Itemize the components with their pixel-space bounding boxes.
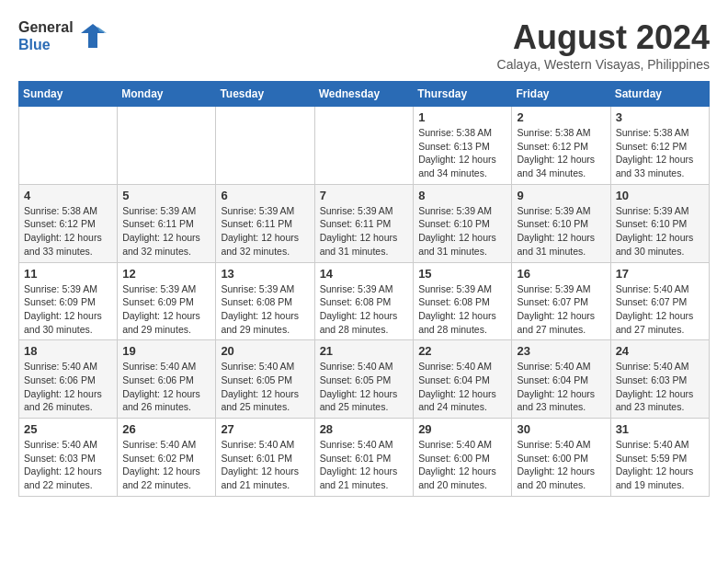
day-number: 23 — [517, 344, 605, 358]
day-number: 1 — [418, 110, 506, 124]
day-info: Sunrise: 5:40 AMSunset: 6:04 PMDaylight:… — [517, 360, 605, 414]
calendar-cell: 30Sunrise: 5:40 AMSunset: 6:00 PMDayligh… — [512, 419, 610, 497]
calendar-week-row: 4Sunrise: 5:38 AMSunset: 6:12 PMDaylight… — [19, 184, 710, 262]
calendar-table: SundayMondayTuesdayWednesdayThursdayFrid… — [18, 81, 710, 497]
logo: GeneralBlue — [18, 18, 107, 53]
day-number: 4 — [24, 189, 112, 202]
calendar-cell: 10Sunrise: 5:39 AMSunset: 6:10 PMDayligh… — [610, 184, 709, 262]
day-number: 11 — [24, 267, 112, 281]
day-info: Sunrise: 5:40 AMSunset: 6:01 PMDaylight:… — [320, 438, 409, 492]
calendar-week-row: 1Sunrise: 5:38 AMSunset: 6:13 PMDaylight… — [19, 107, 710, 185]
calendar-cell — [314, 107, 414, 185]
svg-marker-0 — [81, 24, 105, 48]
calendar-week-row: 18Sunrise: 5:40 AMSunset: 6:06 PMDayligh… — [19, 340, 710, 419]
day-number: 24 — [616, 344, 704, 358]
calendar-cell: 12Sunrise: 5:39 AMSunset: 6:09 PMDayligh… — [118, 262, 216, 340]
day-number: 26 — [122, 422, 210, 436]
calendar-week-row: 11Sunrise: 5:39 AMSunset: 6:09 PMDayligh… — [19, 262, 710, 340]
calendar-header-sunday: Sunday — [19, 82, 118, 107]
day-info: Sunrise: 5:39 AMSunset: 6:10 PMDaylight:… — [418, 204, 506, 259]
calendar-cell: 4Sunrise: 5:38 AMSunset: 6:12 PMDaylight… — [19, 184, 118, 262]
calendar-cell: 29Sunrise: 5:40 AMSunset: 6:00 PMDayligh… — [414, 419, 512, 497]
calendar-header-saturday: Saturday — [610, 82, 709, 107]
day-number: 15 — [418, 267, 506, 281]
day-number: 3 — [616, 110, 704, 124]
month-year-title: August 2024 — [497, 18, 710, 57]
day-number: 31 — [616, 422, 704, 436]
day-number: 21 — [320, 344, 409, 358]
day-number: 2 — [517, 110, 605, 124]
day-info: Sunrise: 5:40 AMSunset: 6:06 PMDaylight:… — [122, 360, 210, 414]
calendar-cell: 13Sunrise: 5:39 AMSunset: 6:08 PMDayligh… — [216, 262, 314, 340]
calendar-cell: 16Sunrise: 5:39 AMSunset: 6:07 PMDayligh… — [512, 262, 610, 340]
day-number: 16 — [517, 267, 605, 281]
day-info: Sunrise: 5:40 AMSunset: 6:03 PMDaylight:… — [24, 438, 112, 492]
calendar-cell: 31Sunrise: 5:40 AMSunset: 5:59 PMDayligh… — [610, 419, 709, 497]
day-number: 17 — [616, 267, 704, 281]
day-number: 25 — [24, 422, 112, 436]
calendar-header-monday: Monday — [118, 82, 216, 107]
logo-bird-icon — [79, 22, 107, 50]
day-info: Sunrise: 5:39 AMSunset: 6:09 PMDaylight:… — [24, 282, 112, 337]
day-info: Sunrise: 5:40 AMSunset: 6:05 PMDaylight:… — [320, 360, 409, 414]
calendar-cell: 11Sunrise: 5:39 AMSunset: 6:09 PMDayligh… — [19, 262, 118, 340]
calendar-cell: 5Sunrise: 5:39 AMSunset: 6:11 PMDaylight… — [118, 184, 216, 262]
title-block: August 2024 Calaya, Western Visayas, Phi… — [497, 18, 710, 72]
day-number: 13 — [221, 267, 309, 281]
day-info: Sunrise: 5:39 AMSunset: 6:07 PMDaylight:… — [517, 282, 605, 337]
day-info: Sunrise: 5:39 AMSunset: 6:11 PMDaylight:… — [320, 204, 409, 259]
day-number: 28 — [320, 422, 409, 436]
day-info: Sunrise: 5:38 AMSunset: 6:12 PMDaylight:… — [616, 126, 704, 180]
calendar-cell: 15Sunrise: 5:39 AMSunset: 6:08 PMDayligh… — [414, 262, 512, 340]
day-number: 12 — [122, 267, 210, 281]
calendar-cell: 1Sunrise: 5:38 AMSunset: 6:13 PMDaylight… — [414, 107, 512, 185]
day-info: Sunrise: 5:39 AMSunset: 6:11 PMDaylight:… — [122, 204, 210, 259]
calendar-cell: 20Sunrise: 5:40 AMSunset: 6:05 PMDayligh… — [216, 340, 314, 419]
location-subtitle: Calaya, Western Visayas, Philippines — [497, 57, 710, 72]
calendar-cell: 17Sunrise: 5:40 AMSunset: 6:07 PMDayligh… — [610, 262, 709, 340]
day-info: Sunrise: 5:40 AMSunset: 6:02 PMDaylight:… — [122, 438, 210, 492]
calendar-cell: 7Sunrise: 5:39 AMSunset: 6:11 PMDaylight… — [314, 184, 414, 262]
day-number: 29 — [418, 422, 506, 436]
day-info: Sunrise: 5:40 AMSunset: 6:00 PMDaylight:… — [517, 438, 605, 492]
calendar-cell — [19, 107, 118, 185]
day-number: 7 — [320, 189, 409, 202]
day-number: 6 — [221, 189, 309, 202]
day-info: Sunrise: 5:39 AMSunset: 6:09 PMDaylight:… — [122, 282, 210, 337]
calendar-cell: 22Sunrise: 5:40 AMSunset: 6:04 PMDayligh… — [414, 340, 512, 419]
day-info: Sunrise: 5:40 AMSunset: 6:00 PMDaylight:… — [418, 438, 506, 492]
calendar-cell: 8Sunrise: 5:39 AMSunset: 6:10 PMDaylight… — [414, 184, 512, 262]
day-number: 19 — [122, 344, 210, 358]
calendar-cell — [118, 107, 216, 185]
day-info: Sunrise: 5:39 AMSunset: 6:11 PMDaylight:… — [221, 204, 309, 259]
day-info: Sunrise: 5:39 AMSunset: 6:08 PMDaylight:… — [221, 282, 309, 337]
calendar-cell: 18Sunrise: 5:40 AMSunset: 6:06 PMDayligh… — [19, 340, 118, 419]
calendar-cell: 21Sunrise: 5:40 AMSunset: 6:05 PMDayligh… — [314, 340, 414, 419]
day-number: 27 — [221, 422, 309, 436]
calendar-cell: 3Sunrise: 5:38 AMSunset: 6:12 PMDaylight… — [610, 107, 709, 185]
day-info: Sunrise: 5:40 AMSunset: 5:59 PMDaylight:… — [616, 438, 704, 492]
day-info: Sunrise: 5:39 AMSunset: 6:10 PMDaylight:… — [517, 204, 605, 259]
day-number: 5 — [122, 189, 210, 202]
calendar-cell: 28Sunrise: 5:40 AMSunset: 6:01 PMDayligh… — [314, 419, 414, 497]
day-number: 9 — [517, 189, 605, 202]
day-number: 14 — [320, 267, 409, 281]
day-info: Sunrise: 5:38 AMSunset: 6:12 PMDaylight:… — [517, 126, 605, 180]
calendar-cell: 6Sunrise: 5:39 AMSunset: 6:11 PMDaylight… — [216, 184, 314, 262]
calendar-cell: 26Sunrise: 5:40 AMSunset: 6:02 PMDayligh… — [118, 419, 216, 497]
day-number: 8 — [418, 189, 506, 202]
logo-text: GeneralBlue — [18, 18, 74, 53]
calendar-cell: 24Sunrise: 5:40 AMSunset: 6:03 PMDayligh… — [610, 340, 709, 419]
calendar-header-row: SundayMondayTuesdayWednesdayThursdayFrid… — [19, 82, 710, 107]
day-number: 10 — [616, 189, 704, 202]
day-info: Sunrise: 5:39 AMSunset: 6:08 PMDaylight:… — [418, 282, 506, 337]
day-info: Sunrise: 5:40 AMSunset: 6:07 PMDaylight:… — [616, 282, 704, 337]
day-number: 20 — [221, 344, 309, 358]
calendar-cell: 25Sunrise: 5:40 AMSunset: 6:03 PMDayligh… — [19, 419, 118, 497]
calendar-header-wednesday: Wednesday — [314, 82, 414, 107]
calendar-cell: 9Sunrise: 5:39 AMSunset: 6:10 PMDaylight… — [512, 184, 610, 262]
calendar-cell: 19Sunrise: 5:40 AMSunset: 6:06 PMDayligh… — [118, 340, 216, 419]
day-info: Sunrise: 5:40 AMSunset: 6:03 PMDaylight:… — [616, 360, 704, 414]
day-info: Sunrise: 5:38 AMSunset: 6:12 PMDaylight:… — [24, 204, 112, 259]
calendar-cell: 2Sunrise: 5:38 AMSunset: 6:12 PMDaylight… — [512, 107, 610, 185]
